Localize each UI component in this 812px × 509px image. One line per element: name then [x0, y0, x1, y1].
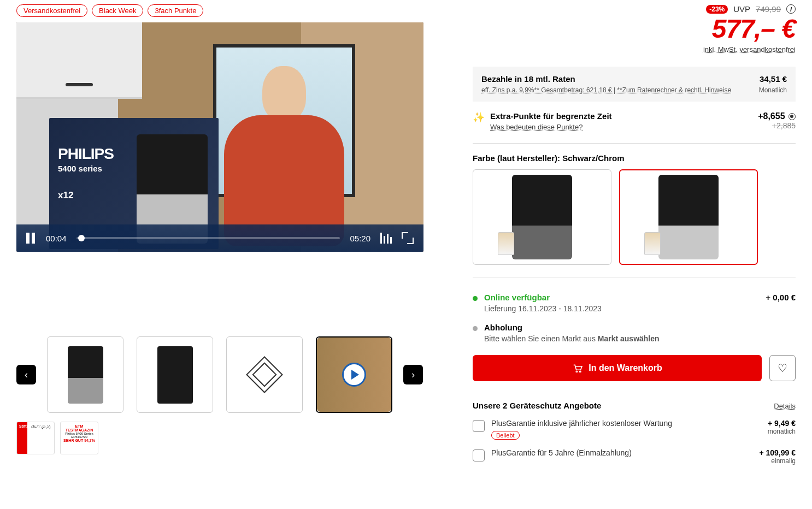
- video-duration: 05:20: [350, 234, 370, 243]
- status-dot-gray: [473, 326, 478, 331]
- old-price: 749,99: [756, 4, 781, 14]
- points-block: ✨ Extra-Punkte für begrenzte Zeit Was be…: [473, 111, 796, 131]
- finance-title: Bezahle in 18 mtl. Raten: [481, 74, 575, 84]
- delivery-price: + 0,00 €: [766, 293, 796, 302]
- warranty-badge-popular: Beliebt: [491, 431, 520, 440]
- online-status: Online verfügbar: [484, 293, 602, 302]
- cert-etm: ETM TESTMAGAZIN Philips 5400 Series EP54…: [60, 422, 98, 454]
- play-icon: [342, 363, 366, 387]
- thumbnail-ar[interactable]: [226, 336, 303, 413]
- warranty-price-1: + 9,49 €: [768, 419, 796, 428]
- warranty-title: Unsere 2 Geräteschutz Angebote: [473, 401, 601, 410]
- color-variants: [473, 169, 796, 265]
- video-progress-bar[interactable]: [77, 237, 340, 239]
- add-to-cart-button[interactable]: In den Warenkorb: [473, 355, 762, 381]
- finance-sub-right: Monatlich: [759, 86, 787, 94]
- variant-title: Farbe (laut Hersteller): Schwarz/Chrom: [473, 153, 796, 163]
- current-price: 577,– €: [473, 16, 796, 42]
- points-title: Extra-Punkte für begrenzte Zeit: [490, 111, 612, 121]
- finance-rate: 34,51 €: [760, 74, 787, 84]
- pickup-title: Abholung: [484, 323, 660, 332]
- sparkle-icon: ✨: [473, 111, 485, 131]
- thumbnail-1[interactable]: [47, 336, 123, 413]
- price-sub[interactable]: inkl. MwSt. versandkostenfrei: [473, 45, 796, 54]
- thumb-prev-button[interactable]: ‹: [16, 365, 36, 384]
- price-header: -23% UVP 749,99 i: [473, 4, 796, 14]
- points-new: +8,655: [758, 111, 785, 121]
- warranty-checkbox-2[interactable]: [473, 449, 485, 461]
- thumb-next-button[interactable]: ›: [403, 365, 423, 384]
- coin-icon: [789, 113, 796, 120]
- presenter: [224, 66, 344, 246]
- finance-sub-left[interactable]: eff. Zins p.a. 9,9%** Gesamtbetrag: 621,…: [481, 86, 731, 94]
- pause-button[interactable]: [26, 233, 36, 244]
- svg-point-0: [576, 371, 577, 372]
- warranty-checkbox-1[interactable]: [473, 420, 485, 432]
- wishlist-button[interactable]: ♡: [769, 355, 796, 381]
- fullscreen-button[interactable]: [402, 232, 414, 244]
- availability-block: Online verfügbar Lieferung 16.11.2023 - …: [473, 293, 796, 343]
- badge-points: 3fach Punkte: [148, 4, 203, 17]
- points-old: +2,885: [758, 121, 796, 130]
- variant-black[interactable]: [473, 169, 611, 265]
- warranty-option-2: PlusGarantie für 5 Jahre (Einmalzahlung)…: [473, 448, 796, 465]
- warranty-label-1: PlusGarantie inklusive jährlicher kosten…: [491, 419, 672, 428]
- warranty-freq-1: monatlich: [768, 428, 796, 435]
- warranty-price-2: + 109,99 €: [759, 448, 796, 457]
- points-info-link[interactable]: Was bedeuten diese Punkte?: [490, 123, 612, 131]
- cert-stiftung-warentest: Stiftung Warentest GUT (2,1): [16, 422, 55, 454]
- financing-box[interactable]: Bezahle in 18 mtl. Raten 34,51 € eff. Zi…: [473, 67, 796, 102]
- thumbnail-carousel: ‹ ›: [16, 336, 440, 413]
- video-frame: PHILIPS 5400 series x12: [16, 22, 423, 252]
- badge-free-shipping: Versandkostenfrei: [16, 4, 87, 17]
- variant-black-chrome[interactable]: [619, 169, 758, 265]
- warranty-label-2: PlusGarantie für 5 Jahre (Einmalzahlung): [491, 448, 632, 457]
- svg-point-1: [580, 371, 581, 372]
- thumbnail-video[interactable]: [316, 336, 392, 413]
- promo-badges: Versandkostenfrei Black Week 3fach Punkt…: [16, 4, 440, 17]
- video-controls: 00:04 05:20: [16, 224, 423, 252]
- cart-icon: [572, 364, 583, 372]
- product-video-player[interactable]: PHILIPS 5400 series x12 00:04 05:20: [16, 22, 423, 252]
- equalizer-icon[interactable]: [380, 233, 392, 244]
- badge-black-week: Black Week: [92, 4, 143, 17]
- uvp-label: UVP: [733, 4, 750, 14]
- info-icon[interactable]: i: [786, 4, 796, 14]
- status-dot-green: [473, 296, 478, 301]
- market-select-link[interactable]: Markt auswählen: [598, 334, 660, 343]
- warranty-details-link[interactable]: Details: [774, 402, 796, 410]
- pickup-sub: Bitte wählen Sie einen Markt aus Markt a…: [484, 334, 660, 343]
- certification-badges: Stiftung Warentest GUT (2,1) ETM TESTMAG…: [16, 422, 440, 454]
- heart-icon: ♡: [778, 362, 787, 375]
- thumbnail-2[interactable]: [137, 336, 213, 413]
- video-current-time: 00:04: [46, 234, 67, 243]
- warranty-option-1: PlusGarantie inklusive jährlicher kosten…: [473, 419, 796, 440]
- warranty-freq-2: einmalig: [759, 457, 796, 465]
- delivery-window: Lieferung 16.11.2023 - 18.11.2023: [484, 304, 602, 313]
- discount-badge: -23%: [706, 5, 728, 14]
